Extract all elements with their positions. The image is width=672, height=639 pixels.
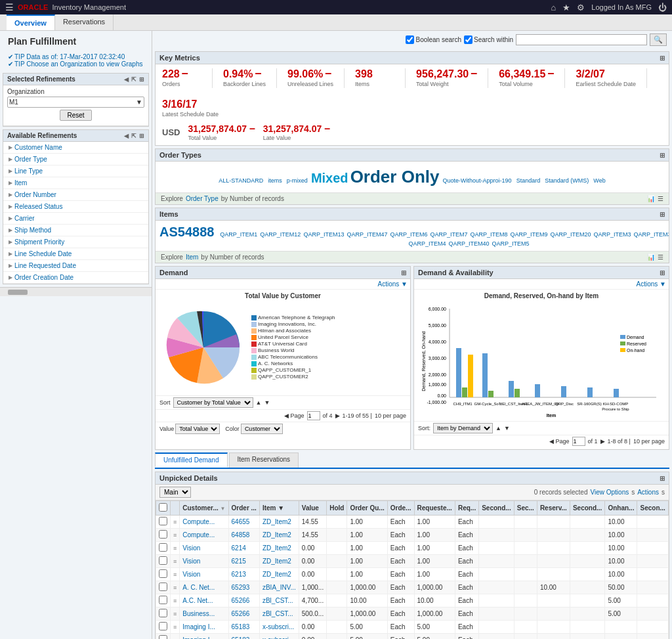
refinement-customer-name[interactable]: Customer Name	[3, 142, 148, 154]
row-customer[interactable]: A.C. Net...	[180, 594, 228, 607]
refinement-item[interactable]: Item	[3, 177, 148, 189]
row-item[interactable]: x-subscri...	[259, 634, 299, 640]
item-link-1[interactable]: QARP_ITEM1	[220, 231, 257, 238]
row-item[interactable]: x-subscri...	[259, 621, 299, 634]
color-select[interactable]: Customer	[241, 424, 283, 434]
item-link-40[interactable]: QARP_ITEM40	[448, 240, 489, 247]
ot-standard[interactable]: Standard	[516, 177, 541, 184]
th-value[interactable]: Value	[299, 501, 326, 516]
row-checkbox[interactable]	[159, 556, 167, 565]
sort-down-icon[interactable]: ▼	[264, 399, 270, 406]
row-item[interactable]: ZD_Item2	[259, 516, 299, 529]
row-order[interactable]: 64655	[228, 516, 259, 529]
ot-standard-wms[interactable]: Standard (WMS)	[545, 177, 589, 184]
tab-overview[interactable]: Overview	[7, 14, 55, 30]
tab-unfulfilled-demand[interactable]: Unfulfilled Demand	[155, 452, 228, 468]
th-item[interactable]: Item ▼	[259, 501, 299, 516]
ot-order-only[interactable]: Order Only	[350, 167, 440, 187]
row-item[interactable]: zBIA_INV...	[259, 581, 299, 594]
search-button[interactable]: 🔍	[650, 33, 667, 46]
refinement-order-type[interactable]: Order Type	[3, 154, 148, 165]
gear-icon[interactable]: ⚙	[577, 3, 585, 12]
sort-up-icon[interactable]: ▲	[256, 399, 262, 406]
items-expand[interactable]: ⊞	[660, 211, 665, 218]
key-metrics-expand[interactable]: ⊞	[660, 55, 665, 62]
items-chart-icon[interactable]: 📊	[647, 253, 655, 261]
refinement-shipment-priority[interactable]: Shipment Priority	[3, 236, 148, 248]
row-customer[interactable]: Compute...	[180, 529, 228, 542]
avail-sort-up[interactable]: ▲	[495, 425, 501, 431]
row-customer[interactable]: Vision	[180, 555, 228, 568]
item-link-30[interactable]: QARP_ITEM30	[634, 231, 669, 238]
scroll-thumb[interactable]	[8, 290, 28, 295]
value-select[interactable]: Total Value	[175, 424, 220, 434]
row-customer[interactable]: Imaging I...	[180, 621, 228, 634]
item-link-6[interactable]: QARP_ITEM6	[390, 231, 427, 238]
select-all-checkbox[interactable]	[159, 503, 167, 512]
order-types-expand[interactable]: ⊞	[660, 152, 665, 159]
page-next-icon[interactable]: ▶	[335, 412, 340, 419]
resize-icon[interactable]: ⇱	[131, 76, 136, 83]
item-link-7[interactable]: QARP_ITEM7	[430, 231, 467, 238]
row-checkbox[interactable]	[159, 569, 167, 578]
row-checkbox[interactable]	[159, 583, 167, 591]
row-item[interactable]: ZD_Item2	[259, 568, 299, 581]
availability-actions-link[interactable]: Actions ▼	[637, 280, 666, 288]
row-item[interactable]: zBl_CST...	[259, 594, 299, 607]
th-customer[interactable]: Customer... ▼	[180, 501, 228, 516]
ot-p-mixed[interactable]: p-mixed	[287, 177, 308, 184]
avail-page-input[interactable]	[572, 437, 585, 446]
item-link-3b[interactable]: QARP_ITEM3	[594, 231, 631, 238]
org-select[interactable]: M1 ▼	[7, 97, 144, 108]
row-checkbox[interactable]	[159, 517, 167, 525]
row-customer[interactable]: Vision	[180, 568, 228, 581]
ot-web[interactable]: Web	[593, 177, 605, 184]
item-link-3[interactable]: QARP_ITEM13	[303, 231, 344, 238]
refinement-carrier[interactable]: Carrier	[3, 213, 148, 225]
row-order[interactable]: 65183	[228, 634, 259, 640]
refinement-order-number[interactable]: Order Number	[3, 189, 148, 201]
refinement-line-requested-date[interactable]: Line Requested Date	[3, 260, 148, 272]
row-customer[interactable]: A. C. Net...	[180, 581, 228, 594]
tab-item-reservations[interactable]: Item Reservations	[229, 452, 299, 468]
org-dropdown-icon[interactable]: ▼	[136, 99, 142, 106]
ot-mixed[interactable]: Mixed	[311, 171, 348, 185]
row-checkbox[interactable]	[159, 622, 167, 630]
refinement-ship-method[interactable]: Ship Method	[3, 225, 148, 236]
row-order[interactable]: 6215	[228, 555, 259, 568]
refinement-line-type[interactable]: Line Type	[3, 165, 148, 177]
row-checkbox[interactable]	[159, 596, 167, 604]
row-order[interactable]: 6213	[228, 568, 259, 581]
th-order[interactable]: Order ...	[228, 501, 259, 516]
item-link-2[interactable]: QARP_ITEM12	[260, 231, 301, 238]
avail-resize-icon[interactable]: ⇱	[131, 133, 136, 139]
refinement-order-creation-date[interactable]: Order Creation Date	[3, 272, 148, 284]
explore-item-link[interactable]: Item	[186, 253, 198, 261]
ot-items[interactable]: items	[268, 177, 282, 184]
collapse-icon[interactable]: ◀	[124, 76, 129, 83]
ot-quote[interactable]: Quote-Without-Approi-190	[443, 177, 512, 184]
row-checkbox[interactable]	[159, 635, 167, 639]
row-customer[interactable]: Business...	[180, 607, 228, 621]
avail-page-next[interactable]: ▶	[600, 438, 605, 445]
avail-sort-down[interactable]: ▼	[504, 425, 510, 431]
table-icon[interactable]: ☰	[658, 195, 663, 202]
avail-sort-select[interactable]: Item by Demand	[433, 423, 493, 433]
row-customer[interactable]: Vision	[180, 542, 228, 555]
ot-all-standard[interactable]: ALL-STANDARD	[219, 177, 263, 184]
demand-sort-select[interactable]: Customer by Total Value	[173, 397, 253, 408]
row-checkbox[interactable]	[159, 609, 167, 617]
row-checkbox[interactable]	[159, 530, 167, 539]
row-order[interactable]: 65266	[228, 594, 259, 607]
row-customer[interactable]: Imaging I...	[180, 634, 228, 640]
main-item-link[interactable]: AS54888	[159, 225, 214, 239]
row-checkbox[interactable]	[159, 543, 167, 552]
demand-expand[interactable]: ⊞	[401, 269, 406, 276]
actions-link[interactable]: Actions	[637, 489, 659, 496]
refinement-released-status[interactable]: Released Status	[3, 201, 148, 213]
row-customer[interactable]: Compute...	[180, 516, 228, 529]
page-input[interactable]	[307, 411, 320, 420]
item-link-9[interactable]: QARP_ITEM9	[510, 231, 547, 238]
search-within-checkbox[interactable]	[464, 35, 472, 44]
item-link-20[interactable]: QARP_ITEM20	[551, 231, 591, 238]
